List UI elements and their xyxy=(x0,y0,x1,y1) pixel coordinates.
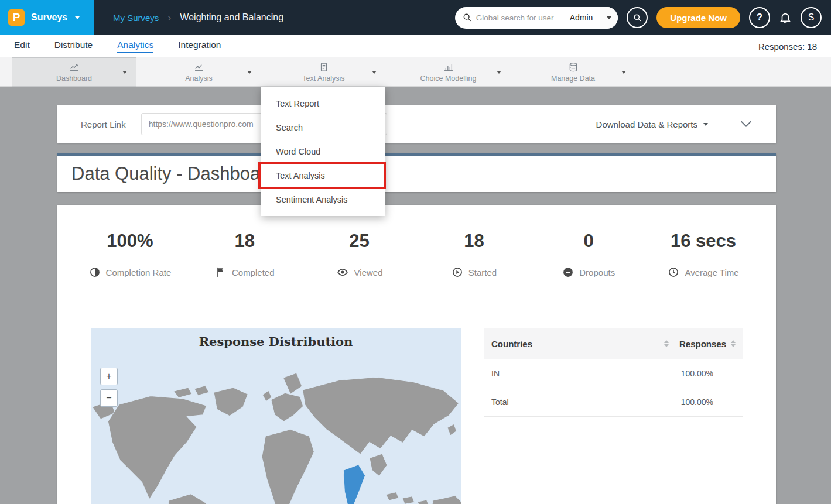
menu-item-search[interactable]: Search xyxy=(261,115,385,139)
column-header-responses[interactable]: Responses xyxy=(679,339,736,349)
stat-label: Dropouts xyxy=(579,268,615,277)
search-scope-dropdown[interactable] xyxy=(600,7,618,29)
toolbar-choice-modelling[interactable]: Choice Modelling xyxy=(386,57,511,87)
report-document-icon xyxy=(319,62,329,73)
help-button[interactable]: ? xyxy=(749,7,770,28)
toolbar-manage-data[interactable]: Manage Data xyxy=(511,57,635,87)
app-window: P Surveys My Surveys › Weighting and Bal… xyxy=(0,0,831,504)
stat-dropouts: 0 Dropouts xyxy=(531,231,646,278)
global-search-input[interactable] xyxy=(476,13,563,22)
country-cell: IN xyxy=(491,369,659,378)
analytics-toolbar: Dashboard Analysis Text Analysis Choice … xyxy=(0,57,831,87)
search-icon xyxy=(463,13,472,22)
sort-icon xyxy=(731,340,736,347)
toolbar-label: Analysis xyxy=(185,74,213,83)
chevron-down-icon xyxy=(75,16,80,19)
toolbar-label: Text Analysis xyxy=(302,74,344,83)
menu-item-text-analysis[interactable]: Text Analysis xyxy=(261,163,385,187)
stat-value: 100% xyxy=(73,231,187,252)
global-search: Admin xyxy=(455,7,618,29)
stat-value: 25 xyxy=(302,231,417,252)
column-header-countries[interactable]: Countries xyxy=(491,339,669,349)
map-zoom-controls: + − xyxy=(100,368,118,407)
map-country-india xyxy=(343,465,365,504)
clock-icon xyxy=(668,266,679,278)
stat-label: Viewed xyxy=(354,268,383,277)
trend-chart-icon xyxy=(193,62,205,73)
stat-label: Completion Rate xyxy=(106,268,172,277)
search-scope-label: Admin xyxy=(563,13,600,22)
text-analysis-menu: Text Report Search Word Cloud Text Analy… xyxy=(261,87,385,216)
tab-edit[interactable]: Edit xyxy=(14,40,30,53)
zoom-in-button[interactable]: + xyxy=(100,368,118,385)
user-avatar[interactable]: S xyxy=(801,7,822,28)
collapse-section-button[interactable] xyxy=(740,120,753,128)
search-button[interactable] xyxy=(627,7,648,28)
toolbar-label: Manage Data xyxy=(551,74,595,83)
questionpro-logo: P xyxy=(8,9,25,26)
toolbar-dashboard[interactable]: Dashboard xyxy=(12,57,136,87)
flag-icon xyxy=(215,266,227,278)
breadcrumb: My Surveys › Weighting and Balancing xyxy=(113,12,283,24)
stat-completed: 18 Completed xyxy=(187,231,302,278)
half-pie-icon xyxy=(89,266,101,278)
menu-item-word-cloud[interactable]: Word Cloud xyxy=(261,139,385,163)
table-row: IN 100.00% xyxy=(484,359,743,388)
countries-table: Countries Responses IN 100.00% Total 100… xyxy=(484,328,743,417)
country-cell: Total xyxy=(491,397,659,407)
notifications-button[interactable] xyxy=(779,11,792,24)
toolbar-label: Choice Modelling xyxy=(420,74,477,83)
chevron-down-icon xyxy=(372,71,377,74)
chevron-down-icon xyxy=(607,16,611,19)
tab-analytics[interactable]: Analytics xyxy=(117,40,153,53)
download-data-reports-label: Download Data & Reports xyxy=(596,119,697,129)
breadcrumb-separator: › xyxy=(167,12,171,24)
chevron-down-icon xyxy=(497,71,501,74)
breadcrumb-current-survey: Weighting and Balancing xyxy=(180,12,283,23)
bell-icon xyxy=(779,11,792,24)
survey-navbar: Edit Distribute Analytics Integration Re… xyxy=(0,35,831,57)
product-menu-label: Surveys xyxy=(31,12,67,23)
stat-viewed: 25 Viewed xyxy=(302,231,417,278)
report-link-label: Report Link xyxy=(81,119,126,129)
toolbar-text-analysis[interactable]: Text Analysis xyxy=(261,57,386,87)
breadcrumb-my-surveys[interactable]: My Surveys xyxy=(113,13,159,23)
report-link-card: Report Link Download Data & Reports xyxy=(57,105,776,143)
tab-distribute[interactable]: Distribute xyxy=(54,40,93,53)
responses-cell: 100.00% xyxy=(659,397,736,407)
stats-row: 100% Completion Rate 18 Completed xyxy=(57,205,776,278)
responses-cell: 100.00% xyxy=(659,369,736,378)
zoom-out-button[interactable]: − xyxy=(100,389,118,407)
surveys-product-menu[interactable]: P Surveys xyxy=(0,0,94,35)
page-title-card: Data Quality - Dashboard xyxy=(57,153,776,192)
stat-value: 18 xyxy=(187,231,302,252)
chevron-down-icon xyxy=(247,71,252,74)
toolbar-analysis[interactable]: Analysis xyxy=(136,57,261,87)
countries-table-header: Countries Responses xyxy=(484,328,743,359)
sort-icon xyxy=(664,340,669,347)
database-icon xyxy=(568,62,579,73)
stat-label: Completed xyxy=(232,268,275,277)
menu-item-sentiment-analysis[interactable]: Sentiment Analysis xyxy=(261,187,385,211)
search-icon xyxy=(633,13,642,22)
topbar: P Surveys My Surveys › Weighting and Bal… xyxy=(0,0,831,35)
tab-integration[interactable]: Integration xyxy=(178,40,221,53)
responses-count: Responses: 18 xyxy=(758,42,817,52)
table-row: Total 100.00% xyxy=(484,388,743,417)
response-distribution-map: Response Distribution + − xyxy=(91,328,461,504)
download-data-reports-dropdown[interactable]: Download Data & Reports xyxy=(596,119,708,129)
bar-chart-icon xyxy=(443,62,454,73)
toolbar-label: Dashboard xyxy=(56,74,92,83)
map-title: Response Distribution xyxy=(91,328,461,349)
stat-label: Started xyxy=(468,268,497,277)
menu-item-text-report[interactable]: Text Report xyxy=(261,91,385,115)
chevron-down-icon xyxy=(740,120,753,128)
stat-value: 18 xyxy=(416,231,531,252)
page-content: Report Link Download Data & Reports Data… xyxy=(0,87,831,504)
upgrade-now-button[interactable]: Upgrade Now xyxy=(656,7,740,28)
line-chart-icon xyxy=(69,62,80,73)
world-map[interactable] xyxy=(91,357,461,504)
dashboard-card: 100% Completion Rate 18 Completed xyxy=(57,205,776,504)
stat-label: Average Time xyxy=(685,268,738,277)
eye-icon xyxy=(336,266,349,278)
